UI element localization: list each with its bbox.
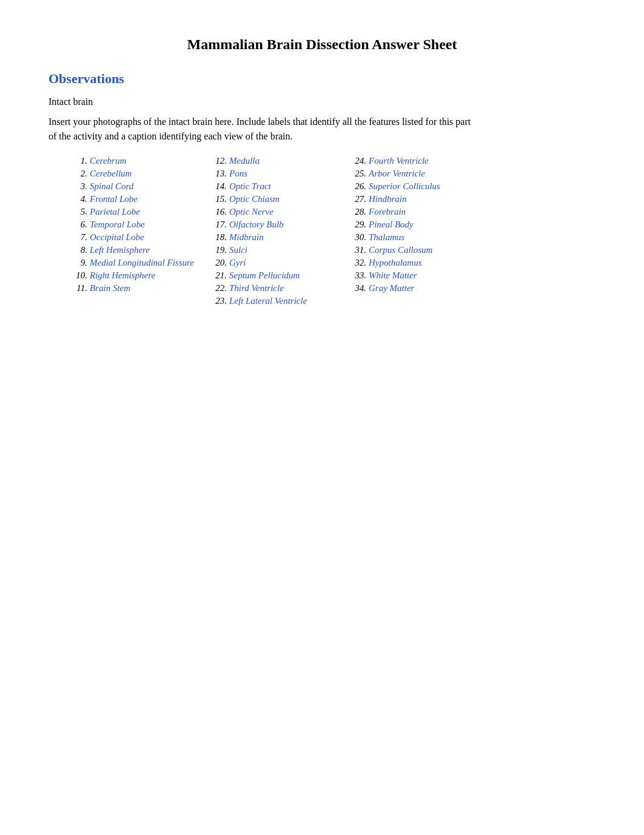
list-column-2: 12.Medulla13.Pons14.Optic Tract15.Optic … xyxy=(206,156,346,309)
list-item: 22.Third Ventricle xyxy=(206,283,346,293)
item-label: Frontal Lobe xyxy=(90,194,138,204)
item-number: 19. xyxy=(206,245,227,255)
item-label: Gyri xyxy=(229,258,246,268)
item-number: 22. xyxy=(206,283,227,293)
list-item: 34.Gray Matter xyxy=(346,283,485,293)
item-number: 24. xyxy=(346,156,366,166)
item-label: Hindbrain xyxy=(369,194,407,204)
item-label: White Matter xyxy=(369,270,417,281)
item-label: Cerebellum xyxy=(90,169,132,179)
subsection-label: Intact brain xyxy=(49,96,595,107)
item-label: Optic Tract xyxy=(229,181,271,192)
list-item: 4.Frontal Lobe xyxy=(67,194,206,204)
item-label: Corpus Callosum xyxy=(369,245,432,255)
item-number: 27. xyxy=(346,194,366,204)
item-label: Occipital Lobe xyxy=(90,232,144,243)
list-item: 31.Corpus Callosum xyxy=(346,245,485,255)
list-item: 6.Temporal Lobe xyxy=(67,220,206,230)
list-item: 33.White Matter xyxy=(346,270,485,281)
item-number: 9. xyxy=(67,258,87,268)
list-item: 9.Medial Longitudinal Fissure xyxy=(67,258,206,268)
list-item: 1.Cerebrum xyxy=(67,156,206,166)
item-number: 2. xyxy=(67,169,87,179)
item-number: 18. xyxy=(206,232,227,243)
list-item: 18.Midbrain xyxy=(206,232,346,243)
item-label: Cerebrum xyxy=(90,156,126,166)
list-item: 20.Gyri xyxy=(206,258,346,268)
item-number: 4. xyxy=(67,194,87,204)
item-label: Superior Colliculus xyxy=(369,181,440,192)
item-label: Gray Matter xyxy=(369,283,414,293)
list-item: 16.Optic Nerve xyxy=(206,207,346,217)
item-label: Left Hemisphere xyxy=(90,245,150,255)
list-item: 29.Pineal Body xyxy=(346,220,485,230)
item-number: 6. xyxy=(67,220,87,230)
item-label: Brain Stem xyxy=(90,283,130,293)
item-number: 15. xyxy=(206,194,227,204)
list-item: 21.Septum Pellucidum xyxy=(206,270,346,281)
item-number: 32. xyxy=(346,258,366,268)
description-text: Insert your photographs of the intact br… xyxy=(49,115,473,144)
list-item: 32.Hypothalamus xyxy=(346,258,485,268)
lists-container: 1.Cerebrum2.Cerebellum3.Spinal Cord4.Fro… xyxy=(67,156,595,309)
list-item: 14.Optic Tract xyxy=(206,181,346,192)
item-label: Optic Chiasm xyxy=(229,194,280,204)
item-number: 3. xyxy=(67,181,87,192)
item-label: Olfactory Bulb xyxy=(229,220,284,230)
item-label: Pineal Body xyxy=(369,220,414,230)
list-item: 5.Parietal Lobe xyxy=(67,207,206,217)
item-number: 28. xyxy=(346,207,366,217)
item-number: 14. xyxy=(206,181,227,192)
item-number: 25. xyxy=(346,169,366,179)
item-number: 13. xyxy=(206,169,227,179)
list-column-3: 24.Fourth Ventricle25.Arbor Ventricle26.… xyxy=(346,156,485,309)
list-item: 7.Occipital Lobe xyxy=(67,232,206,243)
item-number: 23. xyxy=(206,296,227,306)
item-label: Left Lateral Ventricle xyxy=(229,296,307,306)
item-label: Fourth Ventricle xyxy=(369,156,429,166)
item-number: 29. xyxy=(346,220,366,230)
list-item: 25.Arbor Ventricle xyxy=(346,169,485,179)
item-number: 20. xyxy=(206,258,227,268)
item-number: 1. xyxy=(67,156,87,166)
list-item: 28.Forebrain xyxy=(346,207,485,217)
item-number: 16. xyxy=(206,207,227,217)
item-label: Thalamus xyxy=(369,232,404,243)
list-item: 19.Sulci xyxy=(206,245,346,255)
item-label: Pons xyxy=(229,169,247,179)
item-number: 34. xyxy=(346,283,366,293)
item-label: Midbrain xyxy=(229,232,264,243)
item-label: Third Ventricle xyxy=(229,283,284,293)
observations-heading: Observations xyxy=(49,71,595,87)
list-item: 26.Superior Colliculus xyxy=(346,181,485,192)
list-item: 23.Left Lateral Ventricle xyxy=(206,296,346,306)
item-number: 5. xyxy=(67,207,87,217)
item-label: Forebrain xyxy=(369,207,406,217)
item-number: 10. xyxy=(67,270,87,281)
item-label: Temporal Lobe xyxy=(90,220,145,230)
list-item: 15.Optic Chiasm xyxy=(206,194,346,204)
list-item: 10.Right Hemisphere xyxy=(67,270,206,281)
item-label: Right Hemisphere xyxy=(90,270,155,281)
item-label: Parietal Lobe xyxy=(90,207,140,217)
list-item: 13.Pons xyxy=(206,169,346,179)
item-number: 31. xyxy=(346,245,366,255)
item-label: Spinal Cord xyxy=(90,181,133,192)
item-number: 11. xyxy=(67,283,87,293)
item-number: 7. xyxy=(67,232,87,243)
item-number: 26. xyxy=(346,181,366,192)
item-label: Septum Pellucidum xyxy=(229,270,300,281)
item-label: Hypothalamus xyxy=(369,258,422,268)
list-item: 30.Thalamus xyxy=(346,232,485,243)
list-item: 8.Left Hemisphere xyxy=(67,245,206,255)
page-title: Mammalian Brain Dissection Answer Sheet xyxy=(49,36,595,53)
list-item: 11.Brain Stem xyxy=(67,283,206,293)
list-item: 12.Medulla xyxy=(206,156,346,166)
item-number: 12. xyxy=(206,156,227,166)
item-label: Optic Nerve xyxy=(229,207,273,217)
item-label: Sulci xyxy=(229,245,247,255)
list-item: 17.Olfactory Bulb xyxy=(206,220,346,230)
item-number: 8. xyxy=(67,245,87,255)
item-label: Medulla xyxy=(229,156,260,166)
list-item: 27.Hindbrain xyxy=(346,194,485,204)
